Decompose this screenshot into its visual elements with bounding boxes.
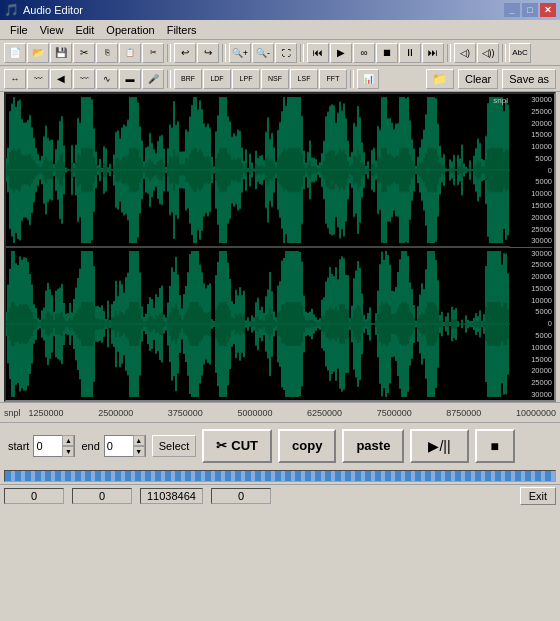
end-spin-up[interactable]: ▲	[133, 435, 145, 446]
scale-10000-top2: 10000	[510, 189, 552, 198]
fft-button[interactable]: FFT	[319, 69, 347, 89]
scale-30000-bot: 30000	[510, 249, 552, 258]
copy-tb-button[interactable]: ⎘	[96, 43, 118, 63]
end-input[interactable]	[105, 439, 133, 453]
progress-bar-row	[0, 468, 560, 484]
new-button[interactable]: 📄	[4, 43, 26, 63]
timeline-7500000: 7500000	[377, 408, 412, 418]
sep3	[300, 44, 304, 62]
clear-button[interactable]: Clear	[458, 69, 498, 89]
scale-15000-top: 15000	[510, 130, 552, 139]
lpf-button[interactable]: LPF	[232, 69, 260, 89]
brf-button[interactable]: BRF	[174, 69, 202, 89]
menu-edit[interactable]: Edit	[69, 22, 100, 38]
chart-button[interactable]: 📊	[357, 69, 379, 89]
sep1	[167, 44, 171, 62]
wave1-button[interactable]: 〰	[27, 69, 49, 89]
scale-25000-bot: 25000	[510, 260, 552, 269]
scale-20000-bot: 20000	[510, 272, 552, 281]
menu-filters[interactable]: Filters	[161, 22, 203, 38]
cut-button[interactable]: ✂ CUT	[202, 429, 272, 463]
scale-bottom: 30000 25000 20000 15000 10000 5000 0 500…	[510, 248, 552, 401]
redo-button[interactable]: ↪	[197, 43, 219, 63]
paste-tb-button[interactable]: 📋	[119, 43, 141, 63]
zoom-fit-button[interactable]: ⛶	[275, 43, 297, 63]
close-button[interactable]: ✕	[540, 3, 556, 17]
undo-button[interactable]: ↩	[174, 43, 196, 63]
end-spin-down[interactable]: ▼	[133, 446, 145, 457]
scale-0-top: 0	[510, 166, 552, 175]
arrow-left-button[interactable]: ◀	[50, 69, 72, 89]
scale-10000-bot: 10000	[510, 296, 552, 305]
menu-operation[interactable]: Operation	[100, 22, 160, 38]
scale-0-bot: 0	[510, 319, 552, 328]
cursor-button[interactable]: ↔	[4, 69, 26, 89]
minimize-button[interactable]: _	[504, 3, 520, 17]
scissors-button[interactable]: ✂	[142, 43, 164, 63]
abc-button[interactable]: AbC	[509, 43, 531, 63]
waveform-bottom-canvas[interactable]	[6, 248, 510, 400]
paste-button[interactable]: paste	[342, 429, 404, 463]
scale-30000-top: 30000	[510, 95, 552, 104]
vol-up-button[interactable]: ◁))	[477, 43, 499, 63]
scale-20000-bot2: 20000	[510, 366, 552, 375]
mic-button[interactable]: 🎤	[142, 69, 164, 89]
app-title: Audio Editor	[23, 4, 83, 16]
cut-tb-button[interactable]: ✂	[73, 43, 95, 63]
save-button[interactable]: 💾	[50, 43, 72, 63]
title-bar: 🎵 Audio Editor _ □ ✕	[0, 0, 560, 20]
stop-tb-button[interactable]: ⏹	[376, 43, 398, 63]
wave2-button[interactable]: 〰	[73, 69, 95, 89]
folder-button[interactable]: 📁	[426, 69, 454, 89]
start-spin-up[interactable]: ▲	[62, 435, 74, 446]
select-button[interactable]: Select	[152, 435, 197, 457]
timeline-3750000: 3750000	[168, 408, 203, 418]
status-cell-1: 0	[72, 488, 132, 504]
open-button[interactable]: 📂	[27, 43, 49, 63]
nsf-button[interactable]: NSF	[261, 69, 289, 89]
maximize-button[interactable]: □	[522, 3, 538, 17]
play-tb-button[interactable]: ▶	[330, 43, 352, 63]
prev-button[interactable]: ⏮	[307, 43, 329, 63]
end-group: end ▲ ▼	[81, 435, 145, 457]
start-label: start	[8, 440, 29, 452]
vol-dn-button[interactable]: ◁)	[454, 43, 476, 63]
start-spin-down[interactable]: ▼	[62, 446, 74, 457]
stop-button[interactable]: ■	[475, 429, 515, 463]
start-group: start ▲ ▼	[8, 435, 75, 457]
sep2	[222, 44, 226, 62]
ldf-button[interactable]: LDF	[203, 69, 231, 89]
menu-file[interactable]: File	[4, 22, 34, 38]
scale-20000-top2: 20000	[510, 213, 552, 222]
timeline-8750000: 8750000	[446, 408, 481, 418]
menu-view[interactable]: View	[34, 22, 70, 38]
progress-track[interactable]	[4, 470, 556, 482]
pause-tb-button[interactable]: ⏸	[399, 43, 421, 63]
block-button[interactable]: ▬	[119, 69, 141, 89]
window-controls: _ □ ✕	[504, 3, 556, 17]
lsf-button[interactable]: LSF	[290, 69, 318, 89]
zoom-in-button[interactable]: 🔍+	[229, 43, 251, 63]
toolbar1: 📄 📂 💾 ✂ ⎘ 📋 ✂ ↩ ↪ 🔍+ 🔍- ⛶ ⏮ ▶ ∞ ⏹ ⏸ ⏭ ◁)…	[0, 40, 560, 66]
exit-button[interactable]: Exit	[520, 487, 556, 505]
status-cell-2: 11038464	[140, 488, 203, 504]
scale-30000-bot2: 30000	[510, 390, 552, 399]
scale-15000-top2: 15000	[510, 201, 552, 210]
scale-5000-bot: 5000	[510, 307, 552, 316]
saveas-button[interactable]: Save as	[502, 69, 556, 89]
scale-5000-top: 5000	[510, 154, 552, 163]
scale-25000-top: 25000	[510, 107, 552, 116]
zoom-out-button[interactable]: 🔍-	[252, 43, 274, 63]
sep5	[502, 44, 506, 62]
start-input[interactable]	[34, 439, 62, 453]
menu-bar: File View Edit Operation Filters	[0, 20, 560, 40]
scale-30000-top2: 30000	[510, 236, 552, 245]
waveform-top-canvas[interactable]	[6, 94, 510, 246]
next-button[interactable]: ⏭	[422, 43, 444, 63]
copy-button[interactable]: copy	[278, 429, 336, 463]
scale-5000-bot2: 5000	[510, 331, 552, 340]
loop-button[interactable]: ∞	[353, 43, 375, 63]
sine-button[interactable]: ∿	[96, 69, 118, 89]
timeline-snpl: snpl	[4, 408, 21, 418]
play-pause-button[interactable]: ▶/||	[410, 429, 468, 463]
